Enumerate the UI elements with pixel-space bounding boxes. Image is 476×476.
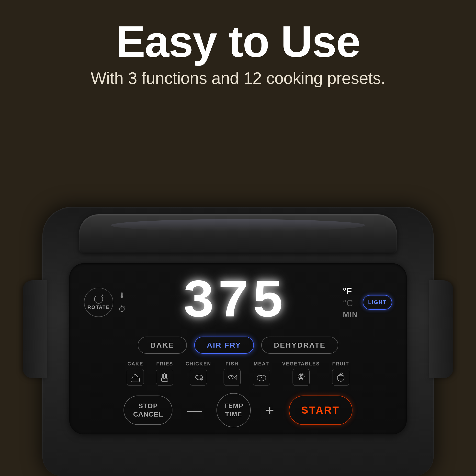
preset-chicken-label: CHICKEN xyxy=(186,361,211,367)
temp-time-label: TEMPTIME xyxy=(224,402,243,419)
air-fryer-body: ROTATE 🌡 ⏱ 375 °F °C MIN LIGHT xyxy=(42,207,434,476)
preset-fries-icon xyxy=(156,369,173,386)
preset-fries-label: FRIES xyxy=(156,361,173,367)
rotate-button[interactable]: ROTATE xyxy=(84,288,113,317)
preset-fruit[interactable]: FRUIT xyxy=(332,361,349,386)
appliance-section: ROTATE 🌡 ⏱ 375 °F °C MIN LIGHT xyxy=(0,97,476,476)
preset-fruit-label: FRUIT xyxy=(332,361,349,367)
light-label: LIGHT xyxy=(368,299,387,306)
preset-fish[interactable]: FISH xyxy=(223,361,241,386)
top-lid xyxy=(79,214,397,254)
unit-minutes: MIN xyxy=(343,310,358,319)
function-buttons-row: BAKE AIR FRY DEHYDRATE xyxy=(138,337,338,354)
bake-button[interactable]: BAKE xyxy=(138,337,187,354)
timer-icon: ⏱ xyxy=(118,305,126,314)
svg-rect-15 xyxy=(299,378,303,380)
preset-cake-icon xyxy=(127,369,144,386)
temperature-value: 375 xyxy=(182,275,287,329)
air-fry-label: AIR FRY xyxy=(207,341,241,349)
preset-fish-label: FISH xyxy=(225,361,239,367)
air-fry-button[interactable]: AIR FRY xyxy=(194,337,254,354)
preset-cake-label: CAKE xyxy=(127,361,143,367)
temp-time-button[interactable]: TEMPTIME xyxy=(217,393,251,427)
bottom-controls-row: STOPCANCEL — TEMPTIME + START xyxy=(123,393,352,427)
header-section: Easy to Use With 3 functions and 12 cook… xyxy=(0,0,476,97)
preset-vegetables-label: VEGETABLES xyxy=(282,361,320,367)
stop-cancel-button[interactable]: STOPCANCEL xyxy=(123,395,172,425)
control-panel: ROTATE 🌡 ⏱ 375 °F °C MIN LIGHT xyxy=(69,263,407,434)
start-label: START xyxy=(301,404,340,416)
unit-fahrenheit: °F xyxy=(343,286,358,296)
light-button[interactable]: LIGHT xyxy=(363,295,392,310)
preset-fries[interactable]: FRIES xyxy=(156,361,173,386)
preset-meat-label: MEAT xyxy=(254,361,269,367)
plus-button[interactable]: + xyxy=(265,403,274,418)
rotate-label: ROTATE xyxy=(87,305,110,310)
unit-celsius: °C xyxy=(343,298,358,308)
minus-button[interactable]: — xyxy=(187,403,202,418)
display-row: ROTATE 🌡 ⏱ 375 °F °C MIN LIGHT xyxy=(84,275,392,329)
preset-fruit-icon xyxy=(332,369,349,386)
preset-chicken-icon xyxy=(190,369,207,386)
thermometer-icon: 🌡 xyxy=(118,291,126,300)
main-title: Easy to Use xyxy=(15,19,461,64)
preset-vegetables[interactable]: VEGETABLES xyxy=(282,361,320,386)
rotate-icon xyxy=(94,295,103,304)
preset-meat-icon xyxy=(253,369,270,386)
preset-chicken[interactable]: CHICKEN xyxy=(186,361,211,386)
preset-vegetables-icon xyxy=(292,369,310,386)
start-button[interactable]: START xyxy=(289,395,353,425)
presets-row: CAKE FRIES xyxy=(84,361,392,386)
dehydrate-button[interactable]: DEHYDRATE xyxy=(261,337,338,354)
svg-point-10 xyxy=(231,376,232,377)
svg-point-11 xyxy=(257,375,266,381)
subtitle: With 3 functions and 12 cooking presets. xyxy=(15,68,461,87)
dehydrate-label: DEHYDRATE xyxy=(274,341,325,349)
unit-labels: °F °C MIN xyxy=(343,286,358,319)
preset-meat[interactable]: MEAT xyxy=(253,361,270,386)
digital-display: 375 xyxy=(131,275,338,329)
bake-label: BAKE xyxy=(151,341,174,349)
small-icons: 🌡 ⏱ xyxy=(118,291,126,314)
preset-fish-icon xyxy=(223,369,241,386)
preset-cake[interactable]: CAKE xyxy=(127,361,144,386)
stop-cancel-label: STOPCANCEL xyxy=(133,402,163,418)
